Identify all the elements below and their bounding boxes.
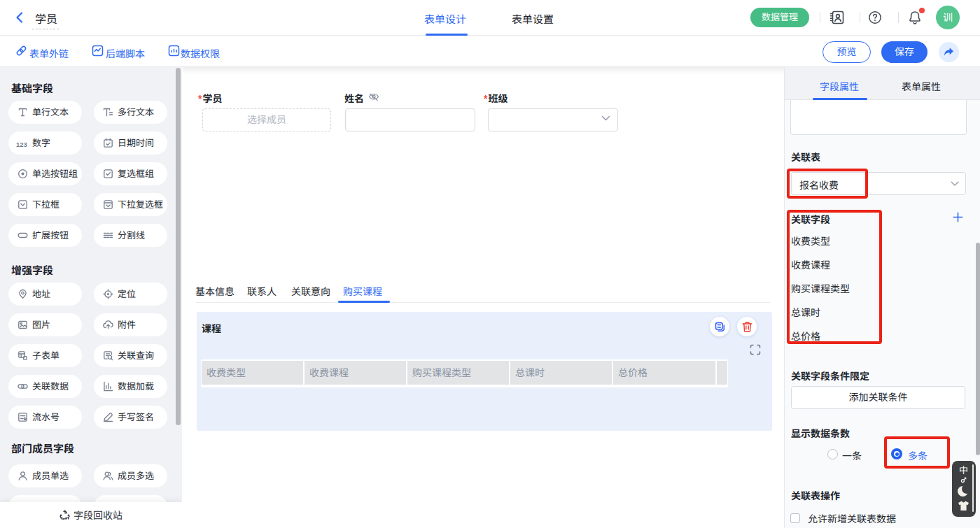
svg-text:123: 123 xyxy=(16,141,27,148)
